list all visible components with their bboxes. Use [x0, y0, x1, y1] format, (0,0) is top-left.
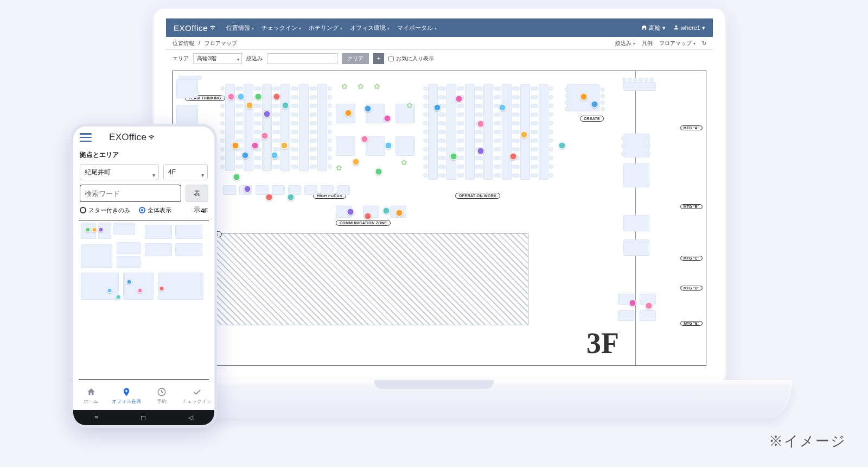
person-marker[interactable]	[520, 131, 528, 138]
person-marker[interactable]	[375, 168, 382, 175]
person-marker[interactable]	[477, 120, 484, 128]
mobile-floor-map[interactable]	[79, 220, 209, 380]
top-nav: EXOffice 位置情報 チェックイン ホテリング オフィス環境 マイポータル…	[166, 18, 713, 37]
person-marker[interactable]	[450, 153, 457, 160]
user-account[interactable]: where1 ▾	[673, 24, 705, 31]
radio-show-all[interactable]: 全体表示	[139, 206, 171, 214]
person-marker[interactable]	[232, 142, 239, 149]
person-marker[interactable]	[364, 105, 372, 112]
crumb-filter[interactable]: 絞込み	[615, 40, 635, 47]
person-marker[interactable]	[265, 193, 273, 201]
person-marker[interactable]	[395, 209, 403, 217]
person-marker[interactable]	[645, 302, 653, 310]
person-marker[interactable]	[433, 104, 441, 111]
nav-item-office-env[interactable]: オフィス環境	[350, 24, 390, 32]
nav-item-hoteling[interactable]: ホテリング	[309, 24, 342, 32]
nav-back-icon[interactable]: ◁	[188, 414, 193, 421]
nav-menu-icon[interactable]: ≡	[94, 414, 98, 421]
person-marker[interactable]	[233, 173, 240, 181]
chair	[328, 95, 332, 99]
chair	[534, 86, 538, 91]
tab-reserve[interactable]: 予約	[144, 382, 179, 410]
person-marker[interactable]	[251, 142, 259, 149]
person-marker[interactable]	[385, 142, 392, 149]
nav-item-location[interactable]: 位置情報	[226, 24, 254, 32]
chair	[628, 78, 632, 82]
nav-item-checkin[interactable]: チェックイン	[261, 24, 301, 32]
chair	[423, 104, 427, 108]
chair	[442, 165, 446, 169]
floor-select[interactable]: 4F	[163, 164, 208, 180]
person-marker[interactable]	[227, 93, 235, 100]
person-marker[interactable]	[499, 104, 506, 111]
floor-map[interactable]: 3F MTG "A" MTG "B" MTG "C" MTG "D" MTG "…	[173, 71, 706, 366]
chair	[515, 112, 520, 117]
person-marker[interactable]	[509, 153, 517, 160]
chair	[478, 173, 483, 178]
chair	[460, 147, 464, 152]
chair	[442, 130, 446, 134]
user-location[interactable]: 高輪 ▾	[641, 24, 666, 32]
person-marker[interactable]	[287, 193, 295, 201]
favorite-checkbox[interactable]: お気に入り表示	[388, 55, 434, 62]
person-marker[interactable]	[246, 102, 253, 109]
person-marker[interactable]	[477, 147, 484, 155]
person-marker[interactable]	[352, 158, 360, 166]
tab-checkin[interactable]: チェックイン	[179, 382, 214, 410]
radio-star-only[interactable]: スター付きのみ	[80, 206, 130, 214]
nav-item-portal[interactable]: マイポータル	[397, 24, 437, 32]
refresh-icon[interactable]: ↻	[702, 40, 706, 46]
area-select[interactable]: 高輪3階	[193, 53, 242, 64]
person-marker[interactable]	[455, 95, 463, 103]
chair	[257, 112, 261, 117]
crumb-separator: /	[199, 40, 200, 46]
plant-icon	[406, 101, 415, 110]
person-marker[interactable]	[263, 110, 271, 118]
person-marker[interactable]	[347, 208, 354, 216]
person-marker[interactable]	[261, 132, 269, 140]
person-marker[interactable]	[271, 152, 278, 159]
chair	[423, 138, 427, 143]
chair	[601, 107, 605, 111]
person-marker[interactable]	[591, 100, 598, 108]
person-marker[interactable]	[273, 93, 280, 100]
clear-button[interactable]: クリア	[342, 53, 369, 64]
person-marker[interactable]	[558, 142, 566, 149]
person-marker[interactable]	[629, 299, 636, 307]
person-marker[interactable]	[282, 102, 289, 109]
chair	[220, 138, 225, 143]
search-input[interactable]	[80, 185, 181, 202]
person-marker[interactable]	[244, 185, 251, 193]
crumb-floormap-menu[interactable]: フロアマップ	[659, 40, 695, 47]
person-marker[interactable]	[364, 212, 372, 220]
chair	[239, 147, 243, 152]
search-input[interactable]	[267, 53, 337, 64]
mobile-brand: EXOffice	[109, 132, 155, 143]
hamburger-icon[interactable]	[80, 133, 92, 142]
chair	[220, 86, 225, 91]
tab-home[interactable]: ホーム	[73, 382, 108, 410]
chair	[442, 156, 446, 160]
person-marker[interactable]	[241, 152, 249, 159]
mtg-b-label: MTG "B"	[680, 204, 703, 209]
show-button[interactable]: 表示	[186, 185, 208, 202]
chair	[257, 138, 261, 143]
person-marker[interactable]	[254, 93, 262, 100]
crumb-legend[interactable]: 凡例	[642, 40, 653, 47]
person-marker[interactable]	[382, 207, 390, 214]
person-marker[interactable]	[361, 135, 368, 143]
person-marker[interactable]	[237, 93, 245, 100]
chair	[621, 136, 626, 141]
add-filter-button[interactable]: +	[373, 53, 384, 64]
nav-home-icon[interactable]: ◻	[141, 414, 146, 421]
chair	[497, 165, 501, 169]
chair	[460, 130, 464, 134]
person-marker[interactable]	[344, 109, 352, 117]
tab-office[interactable]: オフィス在席	[108, 382, 144, 410]
person-marker[interactable]	[280, 142, 288, 149]
person-marker[interactable]	[384, 115, 391, 122]
location-select[interactable]: 紀尾井町	[80, 164, 159, 180]
person-marker[interactable]	[580, 93, 588, 100]
crumb-location[interactable]: 位置情報	[173, 40, 194, 47]
chair	[328, 112, 332, 117]
